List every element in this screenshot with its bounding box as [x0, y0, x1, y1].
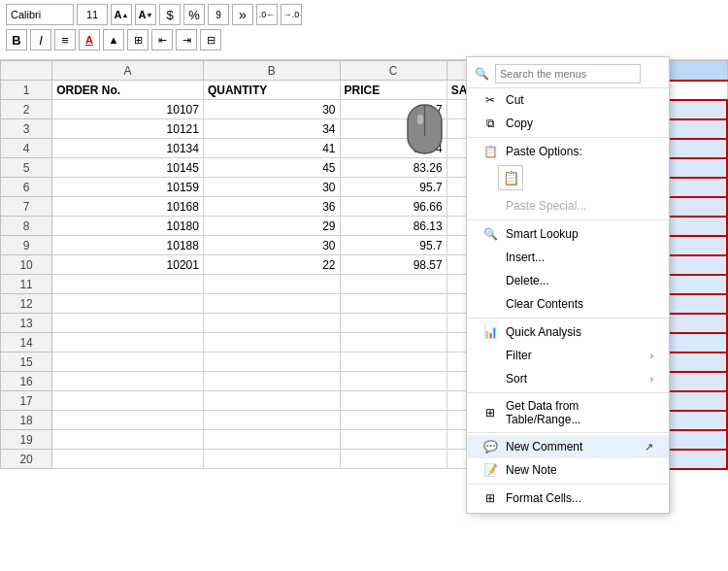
- cell-price-8[interactable]: 86.13: [340, 217, 447, 236]
- cell-order-10[interactable]: 10201: [52, 255, 204, 275]
- cell-order-8[interactable]: 10180: [52, 217, 204, 236]
- cell-order-9[interactable]: 10188: [52, 236, 204, 255]
- cell-quantity-10[interactable]: 22: [203, 255, 340, 275]
- cell-empty-13-0[interactable]: [52, 314, 204, 333]
- cell-price-5[interactable]: 83.26: [340, 158, 447, 178]
- ctx-item-insert[interactable]: Insert...: [467, 246, 669, 269]
- ctx-item-quick-analysis[interactable]: 📊Quick Analysis: [467, 320, 669, 344]
- ctx-item-sort[interactable]: Sort›: [467, 367, 669, 390]
- cell-empty-17-2[interactable]: [340, 391, 447, 411]
- percent-button[interactable]: %: [183, 4, 205, 25]
- col-header-c[interactable]: C: [340, 61, 447, 81]
- cell-quantity-5[interactable]: 45: [203, 158, 340, 178]
- cell-empty-11-1[interactable]: [203, 275, 340, 294]
- cell-empty-15-1[interactable]: [203, 353, 340, 372]
- cell-empty-15-0[interactable]: [52, 353, 204, 372]
- cell-empty-17-0[interactable]: [52, 391, 204, 411]
- cell-empty-16-2[interactable]: [340, 372, 447, 391]
- ctx-item-paste-options[interactable]: 📋Paste Options:: [467, 140, 669, 163]
- cell-empty-14-1[interactable]: [203, 333, 340, 353]
- col-header-a[interactable]: A: [52, 61, 204, 81]
- cell-order-3[interactable]: 10121: [52, 119, 204, 139]
- ctx-label-copy: Copy: [506, 117, 653, 130]
- col-header-b[interactable]: B: [203, 61, 340, 81]
- header-quantity[interactable]: QUANTITY: [203, 81, 340, 100]
- cell-empty-17-1[interactable]: [203, 391, 340, 411]
- ctx-item-filter[interactable]: Filter›: [467, 344, 669, 367]
- cell-quantity-3[interactable]: 34: [203, 119, 340, 139]
- cell-quantity-8[interactable]: 29: [203, 217, 340, 236]
- indent-button[interactable]: ⇤: [151, 29, 173, 50]
- font-size-box[interactable]: 11: [77, 4, 108, 25]
- cell-quantity-7[interactable]: 36: [203, 197, 340, 217]
- shrink-font-button[interactable]: A▼: [135, 4, 156, 25]
- ctx-item-delete[interactable]: Delete...: [467, 269, 669, 292]
- cell-quantity-6[interactable]: 30: [203, 178, 340, 197]
- grow-font-button[interactable]: A▲: [111, 4, 132, 25]
- comma-button[interactable]: 9: [208, 4, 229, 25]
- cell-quantity-4[interactable]: 41: [203, 139, 340, 158]
- cell-price-7[interactable]: 96.66: [340, 197, 447, 217]
- fill-color-button[interactable]: ▲: [103, 29, 124, 50]
- cell-empty-18-1[interactable]: [203, 411, 340, 430]
- cell-empty-19-1[interactable]: [203, 430, 340, 450]
- cell-order-2[interactable]: 10107: [52, 100, 204, 119]
- ctx-separator: [467, 219, 669, 220]
- borders-button[interactable]: ⊞: [127, 29, 149, 50]
- cell-empty-12-2[interactable]: [340, 294, 447, 314]
- more-button[interactable]: »: [232, 4, 253, 25]
- ctx-item-new-comment[interactable]: 💬New Comment↗: [467, 435, 669, 458]
- cell-order-5[interactable]: 10145: [52, 158, 204, 178]
- increase-decimal-button[interactable]: →.0: [281, 4, 302, 25]
- decrease-decimal-button[interactable]: .0←: [256, 4, 278, 25]
- header-order[interactable]: ORDER No.: [52, 81, 204, 100]
- cell-price-10[interactable]: 98.57: [340, 255, 447, 275]
- font-name-box[interactable]: Calibri: [6, 4, 74, 25]
- dollar-button[interactable]: $: [159, 4, 181, 25]
- ctx-item-cut[interactable]: ✂Cut: [467, 88, 669, 112]
- cell-empty-20-2[interactable]: [340, 450, 447, 469]
- bold-button[interactable]: B: [6, 29, 27, 50]
- ctx-separator-after-copy: [467, 137, 669, 138]
- cell-empty-13-1[interactable]: [203, 314, 340, 333]
- font-color-button[interactable]: A: [79, 29, 100, 50]
- ctx-label-new-comment: New Comment: [506, 440, 633, 453]
- align-button[interactable]: ≡: [54, 29, 76, 50]
- ctx-label-sort: Sort: [506, 372, 643, 386]
- cell-empty-19-0[interactable]: [52, 430, 204, 450]
- cell-price-6[interactable]: 95.7: [340, 178, 447, 197]
- cell-empty-16-1[interactable]: [203, 372, 340, 391]
- ctx-item-clear-contents[interactable]: Clear Contents: [467, 292, 669, 316]
- ctx-item-copy[interactable]: ⧉Copy: [467, 112, 669, 135]
- cell-empty-20-0[interactable]: [52, 450, 204, 469]
- cell-quantity-9[interactable]: 30: [203, 236, 340, 255]
- cell-empty-14-0[interactable]: [52, 333, 204, 353]
- cell-empty-20-1[interactable]: [203, 450, 340, 469]
- cell-order-4[interactable]: 10134: [52, 139, 204, 158]
- cell-empty-16-0[interactable]: [52, 372, 204, 391]
- cell-empty-11-2[interactable]: [340, 275, 447, 294]
- cell-price-9[interactable]: 95.7: [340, 236, 447, 255]
- cell-empty-18-2[interactable]: [340, 411, 447, 430]
- ctx-item-format-cells[interactable]: ⊞Format Cells...: [467, 487, 669, 510]
- cell-empty-19-2[interactable]: [340, 430, 447, 450]
- merge-button[interactable]: ⊟: [200, 29, 221, 50]
- menu-search-input[interactable]: [495, 64, 641, 84]
- cell-empty-15-2[interactable]: [340, 353, 447, 372]
- cell-order-6[interactable]: 10159: [52, 178, 204, 197]
- cell-empty-14-2[interactable]: [340, 333, 447, 353]
- paste-icon-button[interactable]: 📋: [498, 165, 523, 190]
- ctx-item-new-note[interactable]: 📝New Note: [467, 458, 669, 482]
- cell-empty-12-0[interactable]: [52, 294, 204, 314]
- cell-order-7[interactable]: 10168: [52, 197, 204, 217]
- italic-button[interactable]: I: [30, 29, 51, 50]
- cell-empty-12-1[interactable]: [203, 294, 340, 314]
- cell-empty-13-2[interactable]: [340, 314, 447, 333]
- outdent-button[interactable]: ⇥: [176, 29, 197, 50]
- cell-empty-11-0[interactable]: [52, 275, 204, 294]
- ctx-item-get-data[interactable]: ⊞Get Data from Table/Range...: [467, 395, 669, 430]
- cell-quantity-2[interactable]: 30: [203, 100, 340, 119]
- ctx-item-smart-lookup[interactable]: 🔍Smart Lookup: [467, 222, 669, 246]
- ctx-item-paste-special[interactable]: Paste Special...: [467, 194, 669, 218]
- cell-empty-18-0[interactable]: [52, 411, 204, 430]
